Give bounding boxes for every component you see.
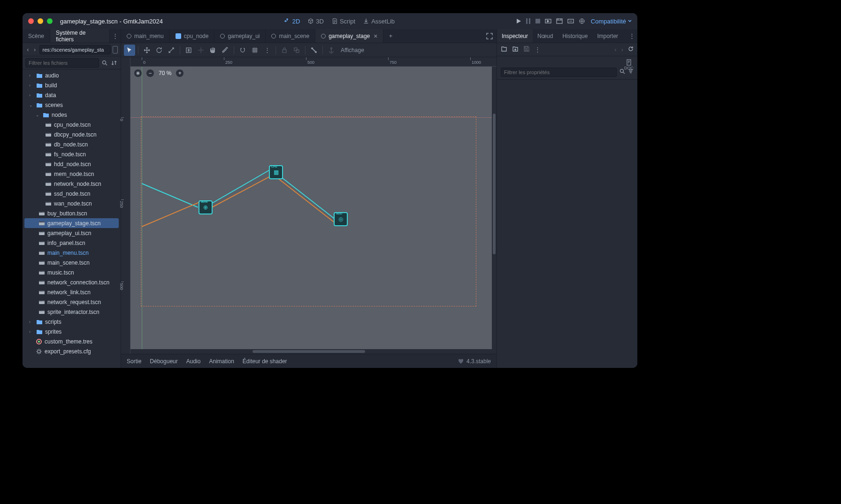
- scene-tab[interactable]: gameplay_ui: [214, 29, 266, 43]
- tree-file[interactable]: export_presets.cfg: [23, 346, 121, 356]
- tree-file[interactable]: ssd_node.tscn: [23, 189, 121, 199]
- wan-node[interactable]: WAN ⊕: [199, 200, 213, 214]
- scene-tab[interactable]: main_scene: [266, 29, 315, 43]
- tree-file[interactable]: gameplay_ui.tscn: [23, 228, 121, 238]
- tree-folder[interactable]: ›build: [23, 80, 121, 90]
- tree-file[interactable]: hdd_node.tscn: [23, 159, 121, 169]
- bottom-tab-shader[interactable]: Éditeur de shader: [243, 358, 287, 365]
- tree-folder[interactable]: ›sprites: [23, 327, 121, 336]
- tree-file[interactable]: network_node.tscn: [23, 179, 121, 189]
- add-scene-tab-button[interactable]: +: [383, 29, 398, 43]
- grid-snap-icon[interactable]: [249, 45, 260, 56]
- zoom-out-icon[interactable]: −: [146, 69, 154, 77]
- tab-history[interactable]: Historique: [558, 29, 592, 43]
- distraction-free-icon[interactable]: [482, 29, 497, 43]
- lock-icon[interactable]: [279, 45, 290, 56]
- viewport-scrollbar-vertical[interactable]: [492, 67, 497, 349]
- ruler-tool-icon[interactable]: [220, 45, 231, 56]
- snap-options-icon[interactable]: ⋮: [261, 45, 273, 56]
- tree-file[interactable]: mem_node.tscn: [23, 169, 121, 179]
- tree-file[interactable]: gameplay_stage.tscn: [24, 218, 119, 228]
- tree-file[interactable]: main_scene.tscn: [23, 258, 121, 267]
- inspector-filter-input[interactable]: [501, 68, 617, 77]
- path-box-icon[interactable]: [113, 46, 118, 53]
- tree-file[interactable]: music.tscn: [23, 267, 121, 277]
- tree-file[interactable]: dbcpy_node.tscn: [23, 130, 121, 139]
- tree-folder[interactable]: ›audio: [23, 70, 121, 80]
- dock-menu-icon[interactable]: ⋮: [110, 29, 121, 43]
- play-icon[interactable]: [516, 18, 521, 24]
- mode-script-button[interactable]: Script: [331, 18, 355, 25]
- tree-file[interactable]: network_link.tscn: [23, 287, 121, 297]
- scale-tool-icon[interactable]: [166, 45, 177, 56]
- tree-file[interactable]: network_connection.tscn: [23, 277, 121, 287]
- tree-folder[interactable]: ›scripts: [23, 317, 121, 327]
- tree-folder[interactable]: ⌄scenes: [23, 100, 121, 110]
- mode-assetlib-button[interactable]: AssetLib: [363, 18, 395, 25]
- canvas-viewport[interactable]: − 70 % + CPU ▦: [130, 67, 497, 354]
- tree-file[interactable]: wan_node.tscn: [23, 199, 121, 208]
- tree-file[interactable]: network_request.tscn: [23, 297, 121, 307]
- tab-node[interactable]: Nœud: [533, 29, 558, 43]
- zoom-in-icon[interactable]: +: [176, 69, 183, 77]
- tab-import[interactable]: Importer: [592, 29, 623, 43]
- stop-icon[interactable]: [535, 19, 540, 23]
- tree-folder[interactable]: ›data: [23, 90, 121, 100]
- nav-back-icon[interactable]: ‹: [25, 46, 31, 53]
- display-dropdown[interactable]: Affichage: [341, 47, 364, 53]
- tree-file[interactable]: db_node.tscn: [23, 139, 121, 149]
- play-scene-icon[interactable]: [545, 18, 551, 24]
- doc-button[interactable]: DOC: [624, 59, 634, 70]
- scene-tab[interactable]: gameplay_stage×: [315, 29, 383, 43]
- tree-file[interactable]: cpu_node.tscn: [23, 120, 121, 130]
- minimize-icon[interactable]: [38, 18, 43, 24]
- tree-folder[interactable]: ⌄nodes: [23, 110, 121, 120]
- close-tab-icon[interactable]: ×: [374, 32, 377, 40]
- search-icon[interactable]: [101, 60, 108, 66]
- save-icon[interactable]: [523, 46, 530, 53]
- move-tool-icon[interactable]: [141, 45, 153, 56]
- file-open-icon[interactable]: [501, 46, 507, 53]
- group-icon[interactable]: [291, 45, 302, 56]
- bottom-tab-animation[interactable]: Animation: [209, 358, 234, 365]
- nav-forward-icon[interactable]: ›: [32, 46, 38, 53]
- zoom-reset-icon[interactable]: [134, 69, 142, 77]
- bottom-tab-audio[interactable]: Audio: [186, 358, 201, 365]
- filesystem-filter-input[interactable]: [25, 58, 99, 68]
- zoom-percentage[interactable]: 70 %: [159, 70, 171, 76]
- close-icon[interactable]: [28, 18, 34, 24]
- mode-3d-button[interactable]: 3D: [307, 18, 324, 25]
- rotate-tool-icon[interactable]: [153, 45, 165, 56]
- tab-filesystem[interactable]: Système de fichiers: [50, 29, 110, 43]
- history-forward-icon[interactable]: ›: [621, 46, 623, 53]
- more-icon[interactable]: ⋮: [535, 46, 541, 53]
- movie-icon[interactable]: [556, 18, 563, 24]
- tab-inspector[interactable]: Inspecteur: [497, 29, 533, 43]
- pause-icon[interactable]: [526, 18, 531, 24]
- select-tool-icon[interactable]: [124, 45, 135, 56]
- tree-file[interactable]: info_panel.tscn: [23, 238, 121, 248]
- bottom-tab-debugger[interactable]: Débogueur: [150, 358, 177, 365]
- mode-2d-button[interactable]: 2D: [284, 18, 300, 25]
- maximize-icon[interactable]: [47, 18, 53, 24]
- bone-icon[interactable]: [308, 45, 320, 56]
- cpu-node[interactable]: CPU ▦: [269, 165, 283, 179]
- renderer-icon[interactable]: [579, 18, 585, 24]
- dock-menu-icon[interactable]: ⋮: [626, 29, 637, 43]
- history-back-icon[interactable]: ‹: [614, 46, 616, 53]
- tree-file[interactable]: fs_node.tscn: [23, 149, 121, 159]
- tree-file[interactable]: buy_button.tscn: [23, 208, 121, 218]
- history-reload-icon[interactable]: [628, 46, 634, 53]
- list-select-icon[interactable]: [183, 45, 194, 56]
- filesystem-tree[interactable]: ›audio ›build ›data ⌄scenes ⌄nodes cpu_n…: [23, 69, 121, 368]
- filesystem-path-input[interactable]: [39, 45, 111, 54]
- sort-icon[interactable]: [110, 60, 118, 66]
- snap-toggle-icon[interactable]: [237, 45, 248, 56]
- pan-tool-icon[interactable]: [207, 45, 219, 56]
- play-custom-icon[interactable]: [567, 18, 574, 24]
- renderer-dropdown[interactable]: Compatibilité: [591, 18, 632, 25]
- anchor-icon[interactable]: [326, 45, 337, 56]
- scene-tab[interactable]: cpu_node: [170, 29, 215, 43]
- tree-file[interactable]: sprite_interactor.tscn: [23, 307, 121, 317]
- tab-scene[interactable]: Scène: [23, 29, 50, 43]
